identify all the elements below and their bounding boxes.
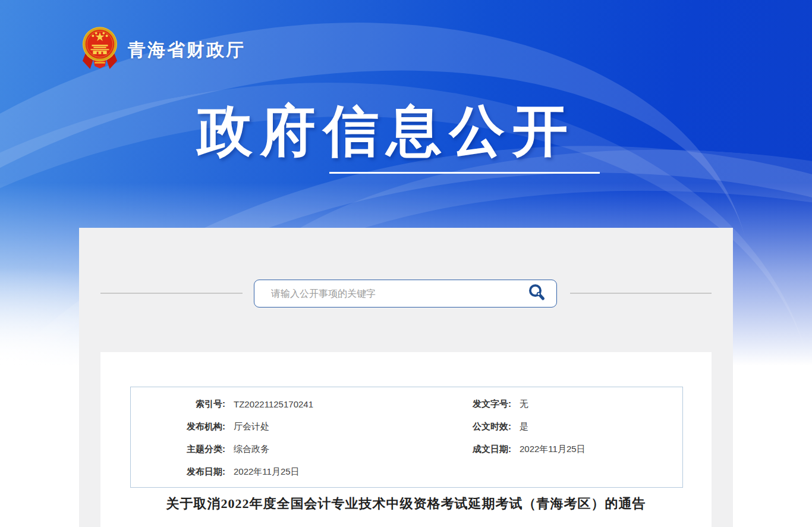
meta-label: 发布机构: [131,421,225,432]
document-meta-table: 索引号: TZ20221125170241 发文字号: 无 发布机构: 厅会计处… [130,387,683,488]
document-panel: 索引号: TZ20221125170241 发文字号: 无 发布机构: 厅会计处… [100,352,712,527]
meta-label: 索引号: [131,399,225,410]
meta-value: 2022年11月25日 [511,444,682,455]
table-row: 发布机构: 厅会计处 公文时效: 是 [131,415,682,438]
search-icon [527,283,546,304]
national-emblem-icon [81,26,118,74]
divider-left [100,293,243,294]
document-title: 关于取消2022年度全国会计专业技术中级资格考试延期考试（青海考区）的通告 [100,495,712,513]
meta-value: 无 [511,399,682,410]
site-name: 青海省财政厅 [128,38,246,62]
meta-value: 是 [511,421,682,432]
meta-label: 发文字号: [460,399,511,410]
title-underline [329,172,600,174]
divider-right [570,293,712,294]
meta-label: 发布日期: [131,466,225,478]
site-brand[interactable]: 青海省财政厅 [81,26,246,74]
meta-label: 公文时效: [460,421,511,432]
meta-value: 综合政务 [225,444,460,455]
meta-value: 2022年11月25日 [225,466,460,478]
table-row: 主题分类: 综合政务 成文日期: 2022年11月25日 [131,438,682,460]
meta-value: 厅会计处 [225,421,460,432]
content-card: 索引号: TZ20221125170241 发文字号: 无 发布机构: 厅会计处… [79,228,733,527]
meta-label: 主题分类: [131,444,225,455]
page-title: 政府信息公开 [190,94,583,169]
meta-label: 成文日期: [460,444,511,455]
search-box [254,280,557,308]
meta-value: TZ20221125170241 [225,399,460,409]
table-row: 索引号: TZ20221125170241 发文字号: 无 [131,393,682,415]
table-row: 发布日期: 2022年11月25日 [131,460,682,483]
search-input[interactable] [254,280,517,307]
search-button[interactable] [517,280,556,307]
